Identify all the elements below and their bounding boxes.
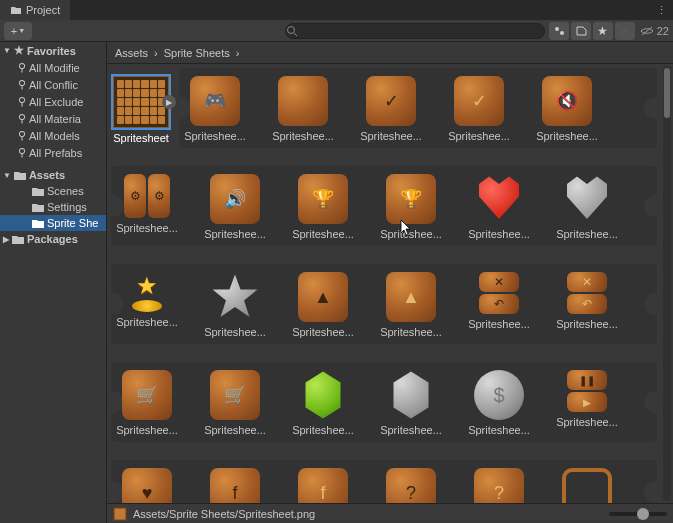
asset-cell[interactable]: 🏆Spriteshee... (293, 174, 353, 240)
pause-icon: ❚❚ (567, 370, 607, 390)
asset-cell[interactable]: f (205, 468, 265, 503)
asset-cell[interactable]: Spriteshee... (469, 174, 529, 240)
asset-cell[interactable]: ★Spriteshee... (117, 272, 177, 338)
asset-cell[interactable]: $Spriteshee... (469, 370, 529, 436)
sidebar-fav-item[interactable]: ⚲All Materia (0, 110, 106, 127)
favorite-button[interactable]: ★ (615, 22, 635, 40)
folder-icon (12, 234, 24, 244)
asset-cell[interactable]: Spriteshee... (557, 174, 617, 240)
svg-point-0 (287, 26, 294, 33)
sidebar-assets-header[interactable]: ▼ Assets (0, 167, 106, 183)
asset-cell[interactable]: 🎮Spriteshee... (185, 76, 245, 142)
asset-cell[interactable]: ▲Spriteshee... (293, 272, 353, 338)
close-icon: ✕ (567, 272, 607, 292)
chevron-down-icon: ▼ (3, 46, 11, 55)
asset-cell[interactable]: ✕↶Spriteshee... (557, 272, 617, 338)
asset-cell[interactable]: Spriteshee... (293, 370, 353, 436)
save-search-button[interactable]: ★ (593, 22, 613, 40)
close-icon: ✕ (479, 272, 519, 292)
rounded-icon (278, 76, 328, 126)
search-icon (286, 25, 298, 37)
sidebar-favorites-header[interactable]: ▼ ★ Favorites (0, 42, 106, 59)
undo-icon: ↶ (479, 294, 519, 314)
asset-cell[interactable]: 🏆Spriteshee... (381, 174, 441, 240)
spritesheet-thumb[interactable]: ▶ (113, 76, 169, 128)
hidden-count[interactable]: 22 (639, 25, 669, 37)
breadcrumb-item[interactable]: Assets (115, 47, 148, 59)
gem-green-icon (298, 370, 348, 420)
undo-icon: ↶ (567, 294, 607, 314)
search-icon: ⚲ (18, 95, 26, 108)
facebook-icon: f (298, 468, 348, 503)
asset-cell[interactable]: 🛒Spriteshee... (205, 370, 265, 436)
asset-cell[interactable]: ♥ (117, 468, 177, 503)
folder-icon (10, 4, 22, 16)
check-icon: ✓ (366, 76, 416, 126)
search-icon: ⚲ (18, 112, 26, 125)
search-icon: ⚲ (18, 129, 26, 142)
gear-icon: ⚙ (124, 174, 146, 218)
chevron-down-icon: ▼ (3, 171, 11, 180)
asset-cell[interactable]: Spriteshee... (381, 370, 441, 436)
chevron-right-icon: › (154, 47, 158, 59)
asset-cell[interactable]: ✓Spriteshee... (449, 76, 509, 142)
sidebar-fav-item[interactable]: ⚲All Models (0, 127, 106, 144)
asset-cell[interactable]: 🛒Spriteshee... (117, 370, 177, 436)
asset-cell[interactable]: ❚❚▶Spriteshee... (557, 370, 617, 436)
star-icon: ★ (136, 272, 158, 300)
asset-cell[interactable]: ? (381, 468, 441, 503)
asset-cell[interactable]: ✕↶Spriteshee... (469, 272, 529, 338)
folder-icon (32, 218, 44, 228)
thumbnail-size-slider[interactable] (609, 512, 667, 516)
eye-off-icon (639, 25, 655, 37)
sidebar-fav-item[interactable]: ⚲All Exclude (0, 93, 106, 110)
heart-small-icon: ♥ (122, 468, 172, 503)
sidebar-fav-item[interactable]: ⚲All Modifie (0, 59, 106, 76)
asset-cell[interactable]: ⚙⚙Spriteshee... (117, 174, 177, 240)
chevron-right-icon: › (236, 47, 240, 59)
sidebar-folder-item-selected[interactable]: Sprite She (0, 215, 106, 231)
scrollbar-thumb[interactable] (664, 68, 670, 118)
expand-sprite-icon[interactable]: ▶ (162, 95, 176, 109)
folder-icon (32, 186, 44, 196)
search-icon: ⚲ (18, 78, 26, 91)
scrollbar[interactable] (663, 66, 671, 501)
breadcrumb-item[interactable]: Sprite Sheets (164, 47, 230, 59)
asset-cell[interactable]: 🔊Spriteshee... (205, 174, 265, 240)
coin-icon: $ (474, 370, 524, 420)
add-button[interactable]: + ▼ (4, 22, 32, 40)
sidebar-folder-item[interactable]: Scenes (0, 183, 106, 199)
search-by-label-button[interactable] (571, 22, 591, 40)
sidebar-packages-header[interactable]: ▶ Packages (0, 231, 106, 247)
panel-menu-icon[interactable]: ⋮ (650, 4, 673, 17)
coin-icon (132, 300, 162, 312)
asset-cell[interactable]: ▶ Spritesheet (111, 76, 171, 144)
heart-icon (474, 174, 524, 224)
asset-cell[interactable]: ✓Spriteshee... (361, 76, 421, 142)
asset-cell[interactable]: f (293, 468, 353, 503)
star-icon: ★ (597, 24, 608, 38)
asset-grid[interactable]: ▶ Spritesheet 🎮Spriteshee... Spriteshee.… (107, 64, 673, 503)
sidebar-fav-item[interactable]: ⚲All Prefabs (0, 144, 106, 161)
footer-path: Assets/Sprite Sheets/Spritesheet.png (133, 508, 315, 520)
footer-bar: Assets/Sprite Sheets/Spritesheet.png (107, 503, 673, 523)
sidebar: ▼ ★ Favorites ⚲All Modifie ⚲All Conflic … (0, 42, 107, 523)
chevron-right-icon: ▶ (3, 235, 9, 244)
asset-cell[interactable]: Spriteshee... (273, 76, 333, 142)
asset-cell[interactable]: Spriteshee... (205, 272, 265, 338)
check-icon: ✓ (454, 76, 504, 126)
folder-icon (32, 202, 44, 212)
tab-project[interactable]: Project (0, 0, 70, 20)
cart-icon: 🛒 (122, 370, 172, 420)
search-input[interactable] (285, 23, 545, 39)
asset-cell[interactable]: 99x (557, 468, 617, 503)
asset-cell[interactable]: ? (469, 468, 529, 503)
search-by-type-button[interactable] (549, 22, 569, 40)
svg-point-3 (560, 31, 564, 35)
question-icon: ? (386, 468, 436, 503)
sidebar-fav-item[interactable]: ⚲All Conflic (0, 76, 106, 93)
sidebar-folder-item[interactable]: Settings (0, 199, 106, 215)
asset-cell[interactable]: 🔇Spriteshee... (537, 76, 597, 142)
search-icon: ⚲ (18, 61, 26, 74)
asset-cell[interactable]: ▲Spriteshee... (381, 272, 441, 338)
